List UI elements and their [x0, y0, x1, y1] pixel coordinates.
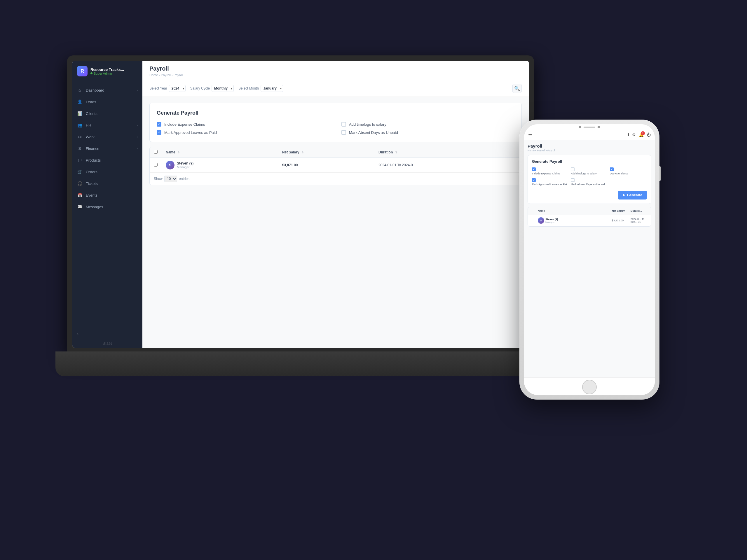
generate-arrow-icon: ➤ — [622, 193, 625, 197]
phone-home-button[interactable] — [582, 380, 597, 394]
table-wrapper: Name ⇅ Net Salary ⇅ — [150, 147, 521, 173]
checkmark-expense: ✓ — [158, 123, 160, 126]
phone-page-title: Payroll — [527, 143, 651, 149]
phone-topbar-icons: ℹ ⚙ 🔔 1 ⏻ — [628, 132, 651, 137]
checkbox-expense[interactable]: ✓ — [157, 122, 161, 127]
laptop-device: R Resource Tracks... Super Admin ⌂ Dashb… — [67, 55, 534, 376]
sidebar-label-messages: Messages — [86, 205, 103, 209]
phone-option-approved: ✓ Mark Approved Leaves as Paid — [532, 178, 569, 186]
checkbox-approved-leaves[interactable]: ✓ — [157, 130, 161, 135]
phone-emp-role: Manager — [545, 221, 558, 223]
option-timelogs-label: Add timelogs to salary — [349, 122, 386, 127]
sidebar-item-work[interactable]: 🗂 Work › — [72, 131, 143, 143]
phone-checkbox-expense[interactable]: ✓ — [532, 167, 536, 171]
phone-card-title: Generate Payroll — [532, 159, 647, 164]
year-label: Select Year — [149, 86, 167, 90]
month-label: Select Month — [238, 86, 259, 90]
phone-th-salary: Net Salary — [612, 209, 629, 212]
sidebar-item-tickets[interactable]: 🎧 Tickets — [72, 178, 143, 189]
phone-vol-up-button — [518, 160, 519, 170]
phone-generate-button[interactable]: ➤ Generate — [618, 191, 647, 199]
cycle-select[interactable]: Monthly — [211, 85, 234, 92]
phone-info-icon[interactable]: ℹ — [628, 132, 629, 137]
generate-payroll-card: Generate Payroll ✓ Include Expense Claim… — [149, 103, 522, 142]
th-duration[interactable]: Duration ⇅ — [375, 147, 521, 158]
generate-payroll-title: Generate Payroll — [157, 110, 514, 116]
sidebar-label-tickets: Tickets — [86, 181, 98, 186]
sidebar-item-dashboard[interactable]: ⌂ Dashboard › — [72, 84, 143, 96]
sidebar-item-messages[interactable]: 💬 Messages — [72, 201, 143, 213]
page-title: Payroll — [149, 65, 522, 72]
month-select-wrapper[interactable]: January — [261, 85, 283, 92]
year-select[interactable]: 2024 — [169, 85, 186, 92]
payroll-table-card: Name ⇅ Net Salary ⇅ — [149, 147, 522, 185]
phone-speaker-bar — [584, 127, 595, 128]
phone-option-absent-label: Mark Absent Days as Unpaid — [571, 183, 608, 186]
employee-name: Steven (9) — [177, 161, 194, 165]
phone-settings-icon[interactable]: ⚙ — [632, 132, 636, 137]
phone-table-header: Name Net Salary Duratio... — [528, 207, 651, 215]
phone-th-name: Name — [538, 209, 611, 212]
phone-emp-name: Steven (9) — [545, 218, 558, 221]
search-icon: 🔍 — [514, 86, 520, 91]
sidebar-collapse-btn[interactable]: ‹ — [72, 327, 143, 340]
sidebar-label-products: Products — [86, 158, 101, 162]
th-checkbox — [150, 147, 162, 158]
events-icon: 📅 — [77, 192, 82, 198]
content-area: Generate Payroll ✓ Include Expense Claim… — [143, 97, 529, 348]
entries-select[interactable]: 10 — [164, 176, 177, 182]
phone-camera — [579, 126, 600, 128]
phone-power-icon[interactable]: ⏻ — [647, 132, 651, 137]
th-name[interactable]: Name ⇅ — [162, 147, 278, 158]
sidebar-item-clients[interactable]: 📊 Clients — [72, 108, 143, 119]
checkbox-timelogs[interactable] — [341, 122, 346, 127]
phone-menu-icon[interactable]: ☰ — [528, 132, 532, 137]
laptop-base — [55, 351, 546, 376]
phone-device: ☰ ℹ ⚙ 🔔 1 ⏻ Payroll Home — [519, 119, 660, 400]
sidebar-label-clients: Clients — [86, 111, 98, 116]
sidebar-item-orders[interactable]: 🛒 Orders — [72, 166, 143, 178]
phone-power-button — [660, 166, 661, 181]
phone-row-checkbox[interactable] — [531, 219, 534, 222]
month-select[interactable]: January — [261, 85, 283, 92]
sidebar-item-events[interactable]: 📅 Events — [72, 189, 143, 201]
laptop-screen-bezel: R Resource Tracks... Super Admin ⌂ Dashb… — [67, 55, 534, 353]
leads-icon: 👤 — [77, 99, 82, 104]
th-net-salary[interactable]: Net Salary ⇅ — [278, 147, 375, 158]
search-button[interactable]: 🔍 — [512, 84, 522, 93]
phone-checkbox-approved[interactable]: ✓ — [532, 178, 536, 182]
sidebar-item-leads[interactable]: 👤 Leads — [72, 96, 143, 108]
select-all-checkbox[interactable] — [154, 150, 158, 154]
sidebar-header: R Resource Tracks... Super Admin — [72, 61, 143, 82]
cycle-select-wrapper[interactable]: Monthly — [211, 85, 234, 92]
checkbox-absent-days[interactable] — [341, 130, 346, 135]
row-checkbox-cell — [150, 158, 162, 173]
phone-checkbox-timelogs[interactable] — [571, 167, 574, 171]
brand-logo-icon: R — [77, 66, 87, 76]
phone-checkbox-absent[interactable] — [571, 178, 574, 182]
phone-checkbox-attendance[interactable]: ✓ — [610, 167, 614, 171]
phone-option-attendance: ✓ Use Attendance — [610, 167, 647, 176]
phone-notification-icon[interactable]: 🔔 1 — [639, 132, 644, 137]
avatar: S — [166, 161, 175, 169]
entries-label: entries — [179, 177, 189, 181]
phone-th-check — [531, 209, 537, 212]
breadcrumb: Home • Payroll • Payroll — [149, 73, 522, 77]
main-content: Payroll Home • Payroll • Payroll Select … — [143, 61, 529, 348]
sidebar-item-finance[interactable]: $ Finance › — [72, 143, 143, 154]
phone-breadcrumb: Home • Payroll • Payroll — [527, 149, 651, 152]
option-expense: ✓ Include Expense Claims — [157, 122, 330, 127]
phone-camera-dot — [579, 126, 581, 128]
sidebar-item-hr[interactable]: 👥 HR › — [72, 119, 143, 131]
row-checkbox[interactable] — [154, 163, 158, 166]
toolbar: Select Year 2024 Salary Cycle — [149, 80, 522, 97]
phone-option-expense: ✓ Include Expense Claims — [532, 167, 569, 176]
collapse-icon: ‹ — [77, 331, 78, 336]
year-select-wrapper[interactable]: 2024 — [169, 85, 186, 92]
phone-emp-cell: S Steven (9) Manager — [538, 217, 611, 224]
sidebar-brand: R Resource Tracks... Super Admin — [77, 66, 138, 76]
products-icon: 🏷 — [77, 158, 82, 163]
phone-generate-card: Generate Payroll ✓ Include Expense Claim… — [527, 155, 651, 204]
year-selector-group: Select Year 2024 — [149, 85, 186, 92]
sidebar-item-products[interactable]: 🏷 Products — [72, 154, 143, 166]
